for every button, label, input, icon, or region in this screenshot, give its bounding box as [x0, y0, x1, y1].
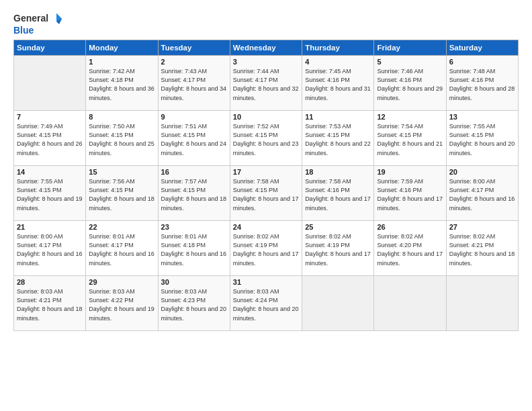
day-info: Sunrise: 8:01 AMSunset: 4:17 PMDaylight:… [89, 233, 154, 266]
day-number: 20 [449, 168, 515, 176]
day-number: 16 [161, 168, 227, 176]
column-header-wednesday: Wednesday [230, 40, 302, 56]
day-info: Sunrise: 8:03 AMSunset: 4:23 PMDaylight:… [161, 288, 227, 321]
day-cell [14, 56, 86, 111]
day-number: 24 [233, 223, 299, 231]
calendar-header-row: SundayMondayTuesdayWednesdayThursdayFrid… [14, 40, 519, 56]
day-cell: 12 Sunrise: 7:54 AMSunset: 4:15 PMDaylig… [374, 111, 446, 166]
day-number: 9 [161, 113, 227, 121]
week-row-1: 1 Sunrise: 7:42 AMSunset: 4:18 PMDayligh… [14, 56, 519, 111]
day-number: 3 [233, 58, 299, 66]
day-number: 31 [233, 278, 299, 286]
column-header-tuesday: Tuesday [158, 40, 230, 56]
day-number: 8 [89, 113, 154, 121]
day-number: 17 [233, 168, 299, 176]
day-cell [446, 276, 518, 331]
day-cell: 2 Sunrise: 7:43 AMSunset: 4:17 PMDayligh… [158, 56, 230, 111]
day-info: Sunrise: 8:02 AMSunset: 4:21 PMDaylight:… [449, 233, 515, 266]
day-info: Sunrise: 8:03 AMSunset: 4:24 PMDaylight:… [233, 288, 299, 321]
day-info: Sunrise: 8:03 AMSunset: 4:22 PMDaylight:… [89, 288, 154, 321]
day-number: 1 [89, 58, 154, 66]
day-info: Sunrise: 7:51 AMSunset: 4:15 PMDaylight:… [161, 123, 227, 156]
week-row-4: 21 Sunrise: 8:00 AMSunset: 4:17 PMDaylig… [14, 221, 519, 276]
day-info: Sunrise: 7:54 AMSunset: 4:15 PMDaylight:… [377, 123, 443, 156]
day-info: Sunrise: 7:53 AMSunset: 4:15 PMDaylight:… [305, 123, 371, 156]
day-info: Sunrise: 8:00 AMSunset: 4:17 PMDaylight:… [17, 233, 83, 266]
column-header-friday: Friday [374, 40, 446, 56]
day-cell: 28 Sunrise: 8:03 AMSunset: 4:21 PMDaylig… [14, 276, 86, 331]
day-number: 4 [305, 58, 371, 66]
day-cell: 21 Sunrise: 8:00 AMSunset: 4:17 PMDaylig… [14, 221, 86, 276]
day-info: Sunrise: 8:02 AMSunset: 4:19 PMDaylight:… [233, 233, 299, 266]
day-number: 10 [233, 113, 299, 121]
day-cell: 31 Sunrise: 8:03 AMSunset: 4:24 PMDaylig… [230, 276, 302, 331]
day-cell: 9 Sunrise: 7:51 AMSunset: 4:15 PMDayligh… [158, 111, 230, 166]
day-cell: 26 Sunrise: 8:02 AMSunset: 4:20 PMDaylig… [374, 221, 446, 276]
day-number: 5 [377, 58, 443, 66]
day-cell: 24 Sunrise: 8:02 AMSunset: 4:19 PMDaylig… [230, 221, 302, 276]
day-cell: 18 Sunrise: 7:58 AMSunset: 4:16 PMDaylig… [302, 166, 374, 221]
day-number: 23 [161, 223, 227, 231]
day-info: Sunrise: 7:43 AMSunset: 4:17 PMDaylight:… [161, 68, 227, 101]
day-info: Sunrise: 7:50 AMSunset: 4:15 PMDaylight:… [89, 123, 154, 156]
column-header-saturday: Saturday [446, 40, 518, 56]
day-number: 28 [17, 278, 83, 286]
column-header-sunday: Sunday [14, 40, 86, 56]
day-info: Sunrise: 7:45 AMSunset: 4:16 PMDaylight:… [305, 68, 371, 101]
day-cell: 15 Sunrise: 7:56 AMSunset: 4:15 PMDaylig… [86, 166, 158, 221]
day-info: Sunrise: 7:44 AMSunset: 4:17 PMDaylight:… [233, 68, 299, 101]
day-number: 19 [377, 168, 443, 176]
day-number: 18 [305, 168, 371, 176]
day-cell: 29 Sunrise: 8:03 AMSunset: 4:22 PMDaylig… [86, 276, 158, 331]
day-cell: 11 Sunrise: 7:53 AMSunset: 4:15 PMDaylig… [302, 111, 374, 166]
day-info: Sunrise: 7:58 AMSunset: 4:16 PMDaylight:… [305, 178, 371, 211]
day-info: Sunrise: 7:46 AMSunset: 4:16 PMDaylight:… [377, 68, 443, 101]
day-info: Sunrise: 7:42 AMSunset: 4:18 PMDaylight:… [89, 68, 154, 101]
day-number: 21 [17, 223, 83, 231]
day-cell: 4 Sunrise: 7:45 AMSunset: 4:16 PMDayligh… [302, 56, 374, 111]
day-number: 15 [89, 168, 154, 176]
day-cell: 17 Sunrise: 7:58 AMSunset: 4:15 PMDaylig… [230, 166, 302, 221]
day-info: Sunrise: 7:49 AMSunset: 4:15 PMDaylight:… [17, 123, 83, 156]
day-cell [302, 276, 374, 331]
day-info: Sunrise: 7:55 AMSunset: 4:15 PMDaylight:… [449, 123, 515, 156]
day-cell: 25 Sunrise: 8:02 AMSunset: 4:19 PMDaylig… [302, 221, 374, 276]
logo-general: General [13, 13, 48, 24]
day-cell: 13 Sunrise: 7:55 AMSunset: 4:15 PMDaylig… [446, 111, 518, 166]
day-cell: 1 Sunrise: 7:42 AMSunset: 4:18 PMDayligh… [86, 56, 158, 111]
day-number: 12 [377, 113, 443, 121]
week-row-2: 7 Sunrise: 7:49 AMSunset: 4:15 PMDayligh… [14, 111, 519, 166]
day-cell: 14 Sunrise: 7:55 AMSunset: 4:15 PMDaylig… [14, 166, 86, 221]
day-cell: 16 Sunrise: 7:57 AMSunset: 4:15 PMDaylig… [158, 166, 230, 221]
day-cell: 27 Sunrise: 8:02 AMSunset: 4:21 PMDaylig… [446, 221, 518, 276]
day-cell: 10 Sunrise: 7:52 AMSunset: 4:15 PMDaylig… [230, 111, 302, 166]
day-number: 29 [89, 278, 154, 286]
day-cell: 5 Sunrise: 7:46 AMSunset: 4:16 PMDayligh… [374, 56, 446, 111]
day-info: Sunrise: 7:55 AMSunset: 4:15 PMDaylight:… [17, 178, 83, 211]
day-info: Sunrise: 7:59 AMSunset: 4:16 PMDaylight:… [377, 178, 443, 211]
day-info: Sunrise: 7:58 AMSunset: 4:15 PMDaylight:… [233, 178, 299, 211]
logo-blue: Blue [13, 26, 63, 36]
week-row-5: 28 Sunrise: 8:03 AMSunset: 4:21 PMDaylig… [14, 276, 519, 331]
day-cell: 7 Sunrise: 7:49 AMSunset: 4:15 PMDayligh… [14, 111, 86, 166]
day-cell: 23 Sunrise: 8:01 AMSunset: 4:18 PMDaylig… [158, 221, 230, 276]
page-container: General Blue SundayMondayTuesdayWednesda… [0, 0, 532, 338]
day-info: Sunrise: 8:02 AMSunset: 4:20 PMDaylight:… [377, 233, 443, 266]
day-cell: 22 Sunrise: 8:01 AMSunset: 4:17 PMDaylig… [86, 221, 158, 276]
day-number: 26 [377, 223, 443, 231]
day-info: Sunrise: 7:56 AMSunset: 4:15 PMDaylight:… [89, 178, 154, 211]
day-info: Sunrise: 8:01 AMSunset: 4:18 PMDaylight:… [161, 233, 227, 266]
day-info: Sunrise: 8:00 AMSunset: 4:17 PMDaylight:… [449, 178, 515, 211]
column-header-monday: Monday [86, 40, 158, 56]
day-info: Sunrise: 8:02 AMSunset: 4:19 PMDaylight:… [305, 233, 371, 266]
day-number: 11 [305, 113, 371, 121]
day-number: 13 [449, 113, 515, 121]
column-header-thursday: Thursday [302, 40, 374, 56]
day-cell: 3 Sunrise: 7:44 AMSunset: 4:17 PMDayligh… [230, 56, 302, 111]
day-number: 14 [17, 168, 83, 176]
header: General Blue [13, 12, 519, 36]
day-number: 22 [89, 223, 154, 231]
logo-icon [50, 12, 63, 26]
day-number: 27 [449, 223, 515, 231]
logo-text: General Blue [13, 12, 63, 36]
